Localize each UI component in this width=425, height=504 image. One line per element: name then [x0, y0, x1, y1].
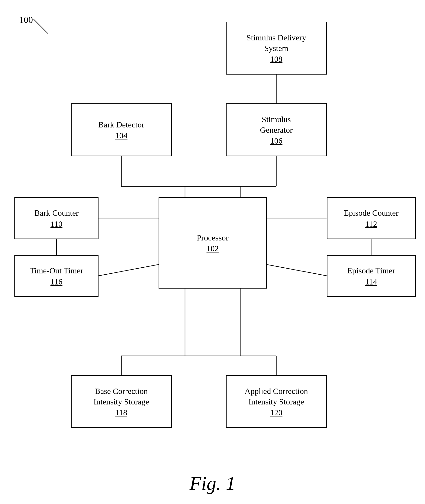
applied-correction-number: 120 — [270, 408, 283, 417]
stimulus-generator-box: StimulusGenerator 106 — [226, 103, 327, 156]
stimulus-delivery-box: Stimulus DeliverySystem 108 — [226, 22, 327, 75]
bark-counter-label: Bark Counter — [34, 208, 79, 218]
timeout-timer-box: Time-Out Timer 116 — [14, 255, 99, 297]
processor-number: 102 — [207, 244, 219, 253]
timeout-timer-label: Time-Out Timer — [30, 266, 83, 276]
episode-counter-number: 112 — [365, 219, 377, 229]
bark-detector-number: 104 — [115, 131, 127, 140]
episode-timer-box: Episode Timer 114 — [327, 255, 416, 297]
diagram: 100 Stimulus DeliverySystem 108 Stimulus… — [0, 0, 425, 457]
svg-line-11 — [267, 265, 327, 276]
processor-box: Processor 102 — [159, 197, 267, 289]
bark-detector-box: Bark Detector 104 — [71, 103, 172, 156]
fig-label: Fig. 1 — [190, 472, 235, 494]
base-correction-box: Base CorrectionIntensity Storage 118 — [71, 375, 172, 428]
episode-counter-label: Episode Counter — [344, 208, 398, 218]
stimulus-delivery-label: Stimulus DeliverySystem — [246, 33, 306, 54]
stimulus-generator-label: StimulusGenerator — [260, 114, 293, 135]
timeout-timer-number: 116 — [50, 277, 62, 286]
episode-counter-box: Episode Counter 112 — [327, 197, 416, 239]
bark-detector-label: Bark Detector — [98, 120, 144, 130]
stimulus-generator-number: 106 — [270, 136, 283, 145]
base-correction-number: 118 — [115, 408, 127, 417]
svg-line-0 — [34, 19, 48, 39]
episode-timer-label: Episode Timer — [347, 266, 395, 276]
applied-correction-label: Applied CorrectionIntensity Storage — [245, 386, 308, 407]
bark-counter-box: Bark Counter 110 — [14, 197, 99, 239]
base-correction-label: Base CorrectionIntensity Storage — [93, 386, 149, 407]
stimulus-delivery-number: 108 — [270, 54, 283, 64]
episode-timer-number: 114 — [365, 277, 377, 286]
bark-counter-number: 110 — [50, 219, 62, 229]
ref-100: 100 — [19, 14, 33, 25]
svg-line-10 — [99, 265, 159, 276]
processor-label: Processor — [197, 232, 228, 243]
applied-correction-box: Applied CorrectionIntensity Storage 120 — [226, 375, 327, 428]
